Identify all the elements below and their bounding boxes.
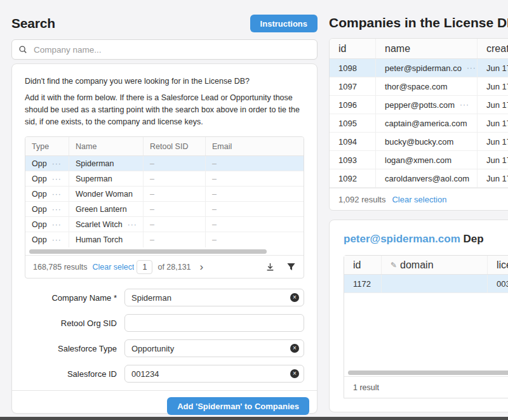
cell-id: 1098 xyxy=(330,59,375,77)
deployments-table-footer: 1 result xyxy=(344,376,508,398)
table-row[interactable]: Opp··· Green Lantern – – xyxy=(25,202,304,217)
company-row[interactable]: 1096 pepper@potts.com··· Jun 17 xyxy=(330,96,508,114)
col-header-retool-sid: Retool SID xyxy=(143,137,205,155)
col-header-email: Email xyxy=(205,137,304,155)
horizontal-scrollbar xyxy=(25,247,304,255)
results-table-header: Type Name Retool SID Email xyxy=(25,137,304,156)
company-row[interactable]: 1093 logan@xmen.com Jun 17 xyxy=(330,151,508,169)
col-header-domain: domain xyxy=(400,259,433,271)
row-overflow-icon[interactable]: ··· xyxy=(52,220,62,229)
company-row[interactable]: 1094 bucky@bucky.com Jun 17 xyxy=(330,133,508,151)
edit-pencil-icon: ✎ xyxy=(391,261,397,270)
table-row[interactable]: Opp··· Scarlet Witch··· – – xyxy=(25,217,304,232)
companies-table: id name created 1098 peter@spiderman.co·… xyxy=(329,38,508,211)
cell-created: Jun 17 xyxy=(477,96,508,114)
horizontal-scrollbar xyxy=(344,369,508,376)
row-overflow-icon[interactable]: ··· xyxy=(52,205,62,214)
cell-id: 1097 xyxy=(330,77,375,95)
clear-selection-link[interactable]: Clear select xyxy=(92,263,134,272)
cell-name: bucky@bucky.com xyxy=(375,133,477,150)
cell-name: thor@space.com xyxy=(375,77,477,95)
col-header-name: name xyxy=(375,39,477,58)
cell-created: Jun 17 xyxy=(477,77,508,95)
results-count: 1,092 results xyxy=(338,195,385,204)
company-search-box[interactable] xyxy=(11,39,318,60)
cell-name: peter@spiderman.co xyxy=(385,63,462,73)
add-company-card: Didn't find the company you were looking… xyxy=(11,63,318,414)
company-row[interactable]: 1098 peter@spiderman.co··· Jun 17 xyxy=(330,59,508,77)
clear-sf-id-icon[interactable]: × xyxy=(290,369,299,378)
org-sid-label: Retool Org SID xyxy=(25,318,124,328)
cell-name: Scarlet Witch xyxy=(76,220,123,229)
col-header-license: licens xyxy=(487,256,508,274)
company-row[interactable]: 1095 captain@america.com Jun 17 xyxy=(330,114,508,133)
scrollbar-thumb[interactable] xyxy=(29,249,267,254)
cell-retool-sid: – xyxy=(143,217,205,232)
cell-id: 1094 xyxy=(330,133,375,150)
row-overflow-icon[interactable]: ··· xyxy=(52,235,62,244)
cell-name: logan@xmen.com xyxy=(375,151,477,169)
deployments-card: peter@spiderman.com Dep id ✎domain licen… xyxy=(329,220,508,412)
cell-email: – xyxy=(205,217,304,232)
table-row[interactable]: Opp··· Spiderman – – xyxy=(25,156,304,171)
deployments-title: peter@spiderman.com Dep xyxy=(344,233,508,246)
cell-overflow-icon[interactable]: ··· xyxy=(128,220,137,229)
cell-name: Spiderman xyxy=(69,156,143,171)
cell-name: Human Torch xyxy=(69,232,143,247)
add-company-form: Company Name * × Retool Org SID Salesfor… xyxy=(25,289,304,383)
add-company-button[interactable]: Add 'Spiderman' to Companies xyxy=(167,397,309,415)
org-sid-input[interactable] xyxy=(124,314,304,332)
cell-email: – xyxy=(205,171,304,186)
cell-created: Jun 17 xyxy=(477,59,508,77)
cell-retool-sid: – xyxy=(143,187,205,201)
cell-created: Jun 17 xyxy=(477,133,508,150)
company-email-link[interactable]: peter@spiderman.com xyxy=(344,233,460,245)
scrollbar-thumb[interactable] xyxy=(348,371,508,375)
clear-company-name-icon[interactable]: × xyxy=(290,293,299,302)
deployment-row[interactable]: 1172 0034 xyxy=(344,275,508,293)
row-overflow-icon[interactable]: ··· xyxy=(52,190,62,199)
table-row[interactable]: Opp··· Superman – – xyxy=(25,171,304,187)
company-search-input[interactable] xyxy=(32,44,311,55)
cell-id: 1093 xyxy=(330,151,375,169)
intro-text-line1: Didn't find the company you were looking… xyxy=(25,77,304,86)
sf-type-label: Salesforce Type xyxy=(25,344,124,353)
cell-name: Superman xyxy=(69,171,143,186)
row-overflow-icon[interactable]: ··· xyxy=(52,159,62,168)
download-icon[interactable] xyxy=(265,262,275,272)
filter-icon[interactable] xyxy=(286,262,296,272)
cell-name: pepper@potts.com xyxy=(385,100,455,110)
clear-sf-type-icon[interactable]: × xyxy=(290,344,299,353)
deployments-table-header: id ✎domain licens xyxy=(344,256,508,275)
cell-overflow-icon[interactable]: ··· xyxy=(460,100,469,109)
clear-selection-link[interactable]: Clear selection xyxy=(392,195,446,204)
search-panel: Search Instructions Didn't find the comp… xyxy=(11,0,318,414)
cell-email: – xyxy=(205,187,304,201)
cell-name: captain@america.com xyxy=(375,114,477,132)
sf-id-input[interactable] xyxy=(124,365,304,383)
table-row[interactable]: Opp··· Wonder Woman – – xyxy=(25,187,304,202)
table-row[interactable]: Opp··· Human Torch – – xyxy=(25,232,304,247)
page-number-input[interactable]: 1 xyxy=(137,260,152,274)
cell-created: Jun 17 xyxy=(477,169,508,187)
deployments-table: id ✎domain licens 1172 0034 1 result xyxy=(344,255,508,398)
instructions-button[interactable]: Instructions xyxy=(250,15,318,32)
bottom-edge-bar xyxy=(0,417,508,420)
col-header-id: id xyxy=(344,256,381,274)
form-field-company-name: Company Name * × xyxy=(25,289,304,306)
company-row[interactable]: 1092 caroldanvers@aol.com Jun 17 xyxy=(330,169,508,188)
company-row[interactable]: 1097 thor@space.com Jun 17 xyxy=(330,77,508,96)
cell-id: 1095 xyxy=(330,114,375,132)
cell-created: Jun 17 xyxy=(477,114,508,132)
sf-type-input[interactable] xyxy=(124,339,304,357)
cell-overflow-icon[interactable]: ··· xyxy=(467,63,476,72)
cell-retool-sid: – xyxy=(143,156,205,171)
next-page-icon[interactable]: › xyxy=(200,261,204,272)
sf-id-label: Salesforce ID xyxy=(25,369,124,379)
cell-id: 1092 xyxy=(330,169,375,187)
row-overflow-icon[interactable]: ··· xyxy=(52,174,62,183)
form-field-org-sid: Retool Org SID xyxy=(25,314,304,332)
company-name-input[interactable] xyxy=(124,289,304,306)
cell-domain[interactable] xyxy=(381,275,487,292)
cell-license: 0034 xyxy=(487,275,508,292)
